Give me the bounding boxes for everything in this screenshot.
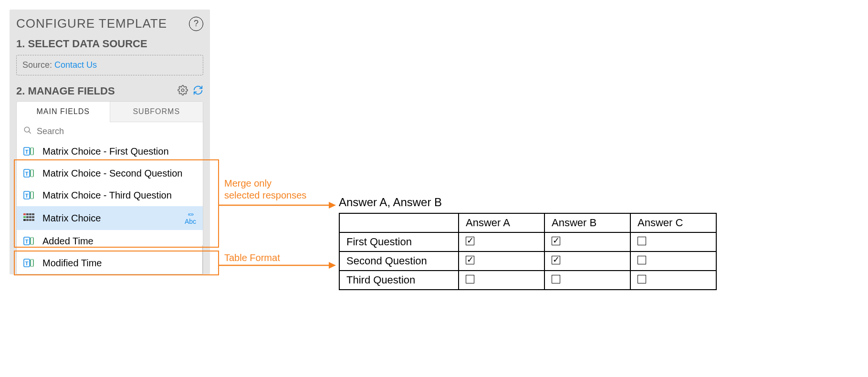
svg-text:T: T (25, 149, 29, 155)
checkbox (638, 275, 646, 283)
svg-point-1 (24, 127, 30, 132)
scrollbar[interactable] (202, 245, 203, 274)
svg-rect-18 (26, 219, 29, 221)
field-item[interactable]: TMatrix Choice - Third Question (17, 184, 203, 206)
checkbox (552, 237, 560, 245)
output-area: Answer A, Answer B Answer AAnswer BAnswe… (339, 196, 717, 290)
help-icon[interactable]: ? (189, 17, 203, 31)
field-item[interactable]: TAdded Time (17, 230, 203, 252)
field-label: Matrix Choice (42, 212, 178, 224)
svg-point-0 (181, 89, 184, 92)
field-item[interactable]: Matrix Choice« »Abc (17, 206, 203, 230)
text-field-icon: T (23, 190, 36, 200)
svg-rect-12 (32, 213, 34, 215)
field-item[interactable]: TMatrix Choice - First Question (17, 140, 203, 162)
svg-marker-28 (329, 262, 336, 269)
text-field-icon: T (23, 147, 36, 156)
configure-template-panel: CONFIGURE TEMPLATE ? 1. SELECT DATA SOUR… (10, 10, 210, 274)
text-field-icon: T (23, 168, 36, 178)
svg-text:T: T (25, 171, 29, 177)
field-list: TMatrix Choice - First QuestionTMatrix C… (17, 140, 203, 274)
field-label: Matrix Choice - Third Question (42, 189, 196, 201)
svg-text:T: T (25, 261, 29, 266)
section1-title: 1. SELECT DATA SOURCE (16, 38, 203, 50)
field-label: Added Time (42, 235, 196, 247)
text-field-icon: T (23, 236, 36, 246)
field-label: Matrix Choice - First Question (42, 145, 196, 157)
refresh-icon[interactable] (193, 85, 203, 97)
svg-rect-15 (29, 216, 31, 218)
text-field-icon: T (23, 258, 36, 268)
data-source-box[interactable]: Source: Contact Us (16, 55, 203, 75)
panel-title: CONFIGURE TEMPLATE (16, 16, 167, 31)
svg-rect-10 (26, 213, 29, 215)
arrow-merge (219, 200, 336, 210)
svg-rect-19 (29, 219, 31, 221)
tab-main-fields[interactable]: MAIN FIELDS (17, 102, 110, 122)
svg-rect-14 (26, 216, 29, 218)
field-item[interactable]: TMatrix Choice - Second Question (17, 162, 203, 184)
matrix-table: Answer AAnswer BAnswer CFirst QuestionSe… (339, 213, 717, 290)
tab-subforms[interactable]: SUBFORMS (110, 102, 203, 122)
search-row (17, 122, 203, 140)
checkbox (638, 237, 646, 245)
search-input[interactable] (37, 126, 196, 136)
checkbox (466, 256, 474, 264)
svg-rect-20 (32, 219, 34, 221)
svg-rect-16 (32, 216, 34, 218)
checkbox (552, 275, 560, 283)
svg-rect-9 (23, 213, 26, 215)
svg-rect-17 (23, 219, 26, 221)
matrix-icon (23, 213, 36, 223)
svg-rect-13 (23, 216, 26, 218)
svg-rect-11 (29, 213, 31, 215)
field-label: Matrix Choice - Second Question (42, 167, 196, 179)
annotation-merge: Merge only selected responses (224, 178, 306, 201)
checkbox (466, 275, 474, 283)
arrow-table (219, 261, 336, 270)
checkbox (552, 256, 560, 264)
svg-line-2 (29, 131, 31, 134)
source-label: Source: (22, 60, 54, 70)
svg-text:T: T (25, 239, 29, 244)
field-label: Modified Time (42, 257, 196, 269)
field-item[interactable]: TModified Time (17, 252, 203, 274)
gear-icon[interactable] (178, 85, 188, 97)
search-icon[interactable] (23, 126, 32, 136)
fields-tabs: MAIN FIELDS SUBFORMS TMatrix Choice - Fi… (16, 101, 203, 274)
answers-line: Answer A, Answer B (339, 196, 717, 209)
checkbox (466, 237, 474, 245)
section2-title: 2. MANAGE FIELDS (16, 85, 115, 97)
svg-text:T: T (25, 193, 29, 199)
checkbox (638, 256, 646, 264)
abc-format-icon: « »Abc (185, 211, 196, 225)
svg-marker-26 (329, 202, 336, 209)
source-value[interactable]: Contact Us (54, 60, 97, 70)
